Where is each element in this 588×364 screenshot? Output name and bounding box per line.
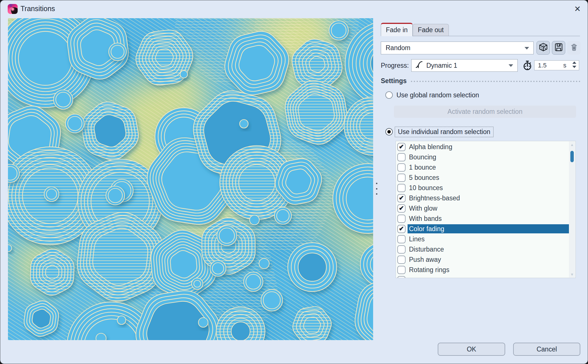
list-item-label[interactable]: With bands: [408, 214, 569, 223]
trash-icon: [570, 43, 579, 53]
checkbox-unchecked[interactable]: [397, 256, 406, 264]
list-item-label[interactable]: Bouncing: [408, 153, 569, 162]
list-item-label[interactable]: Alpha blending: [408, 142, 569, 151]
settings-header: Settings: [381, 77, 580, 85]
preset-value: Random: [386, 44, 410, 52]
list-item-label[interactable]: Lines: [408, 235, 569, 244]
global-random-label[interactable]: Use global random selection: [396, 91, 479, 99]
list-item-label[interactable]: Disturbance: [408, 245, 569, 254]
duration-value: 1.5: [538, 62, 547, 69]
app-logo-icon: [8, 4, 18, 14]
list-item[interactable]: 10 bounces: [396, 183, 569, 193]
list-item-partial[interactable]: [396, 275, 569, 278]
chevron-down-icon: [509, 64, 513, 67]
list-item-label[interactable]: Push away: [408, 255, 569, 264]
checkbox-checked[interactable]: ✔: [397, 204, 406, 213]
checkbox-unchecked[interactable]: [397, 235, 406, 243]
transition-list: ✔Alpha blendingBouncing1 bounce5 bounces…: [396, 141, 576, 278]
list-item-label[interactable]: 10 bounces: [408, 183, 569, 192]
delete-button[interactable]: [567, 41, 581, 55]
checkbox-unchecked[interactable]: [397, 245, 406, 254]
splitter-handle[interactable]: [375, 183, 379, 195]
activate-random-button[interactable]: Activate random selection: [394, 106, 576, 118]
stopwatch-icon: [522, 60, 533, 71]
checkbox-unchecked[interactable]: [397, 276, 406, 278]
spin-up-icon: [572, 61, 576, 64]
list-item-label[interactable]: Brightness-based: [408, 194, 569, 203]
checkbox-unchecked[interactable]: [397, 163, 406, 172]
scrollbar-thumb[interactable]: [570, 151, 574, 162]
checkbox-unchecked[interactable]: [397, 174, 406, 182]
checkbox-checked[interactable]: ✔: [397, 225, 406, 233]
duration-unit: s: [563, 62, 566, 69]
title-bar: Transitions ✕: [0, 0, 588, 17]
settings-divider: [411, 81, 580, 82]
list-item[interactable]: 5 bounces: [396, 172, 569, 183]
checkbox-unchecked[interactable]: [397, 153, 406, 161]
transitions-dialog: Transitions ✕ Fade in Fade out Random: [0, 0, 588, 364]
list-item[interactable]: 1 bounce: [396, 162, 569, 172]
list-item-label[interactable]: [408, 275, 569, 278]
list-item[interactable]: Push away: [396, 254, 569, 265]
list-item[interactable]: Rotating rings: [396, 265, 569, 275]
chevron-down-icon: [525, 47, 529, 50]
save-icon: [554, 42, 564, 53]
tab-fade-out[interactable]: Fade out: [413, 24, 449, 36]
list-item-label[interactable]: 1 bounce: [408, 163, 569, 172]
checkbox-unchecked[interactable]: [397, 266, 406, 274]
curve-name: Dynamic 1: [426, 62, 457, 69]
spin-down-icon: [572, 66, 576, 68]
transition-preview-image: [8, 18, 373, 340]
scroll-up-icon[interactable]: ▲: [569, 142, 575, 147]
close-icon[interactable]: ✕: [571, 3, 584, 15]
list-item[interactable]: ✔With glow: [396, 203, 569, 213]
list-item[interactable]: With bands: [396, 213, 569, 224]
list-scrollbar[interactable]: ▲ ▼: [569, 141, 575, 277]
global-random-radio[interactable]: [385, 91, 393, 99]
list-item[interactable]: ✔Brightness-based: [396, 193, 569, 203]
individual-random-label[interactable]: Use individual random selection: [395, 127, 494, 137]
preset-combobox[interactable]: Random: [381, 42, 534, 54]
checkbox-unchecked[interactable]: [397, 215, 406, 223]
list-item[interactable]: Lines: [396, 234, 569, 244]
progress-curve-combobox[interactable]: Dynamic 1: [411, 59, 518, 72]
checkbox-checked[interactable]: ✔: [397, 194, 406, 202]
dynamic-curve-icon: [415, 60, 423, 71]
list-item[interactable]: Bouncing: [396, 152, 569, 162]
randomize-button[interactable]: [536, 41, 550, 55]
tab-fade-in[interactable]: Fade in: [381, 23, 413, 36]
checkbox-unchecked[interactable]: [397, 184, 406, 192]
list-item-label[interactable]: Color fading: [408, 224, 569, 233]
dice-icon: [538, 42, 548, 53]
scroll-down-icon[interactable]: ▼: [569, 272, 575, 277]
save-button[interactable]: [552, 41, 565, 55]
window-title: Transitions: [20, 5, 55, 13]
checkbox-checked[interactable]: ✔: [397, 143, 406, 151]
individual-random-radio[interactable]: [385, 128, 393, 135]
spinner-arrows[interactable]: [572, 61, 576, 68]
list-item[interactable]: Disturbance: [396, 244, 569, 254]
cancel-button[interactable]: Cancel: [513, 343, 580, 356]
list-item-label[interactable]: 5 bounces: [408, 173, 569, 182]
duration-spinbox[interactable]: 1.5 s: [534, 60, 579, 70]
ok-button[interactable]: OK: [438, 343, 505, 356]
list-item-label[interactable]: Rotating rings: [408, 265, 569, 274]
progress-label: Progress:: [381, 59, 409, 72]
list-item[interactable]: ✔Color fading: [396, 224, 569, 234]
settings-heading: Settings: [381, 77, 407, 85]
list-item[interactable]: ✔Alpha blending: [396, 142, 569, 152]
list-item-label[interactable]: With glow: [408, 204, 569, 213]
